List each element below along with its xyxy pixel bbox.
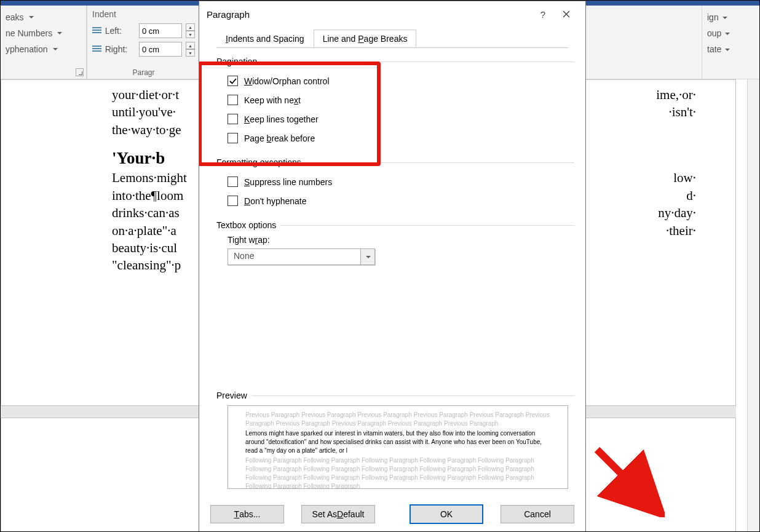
label-page-break-before: Page break before xyxy=(244,133,315,143)
ok-button[interactable]: OK xyxy=(410,504,483,524)
doc-text: "cleansing"·p xyxy=(112,258,181,272)
section-preview: Preview xyxy=(216,391,574,400)
doc-text: sium,· xyxy=(665,529,696,532)
doc-text: into·the¶loom xyxy=(112,187,183,204)
chevron-down-icon xyxy=(722,17,727,19)
vertical-scrollbar[interactable] xyxy=(747,79,759,531)
line-numbers-menu[interactable]: ne Numbers xyxy=(6,25,81,41)
chevron-down-icon xyxy=(725,33,730,35)
section-textbox-options: Textbox options xyxy=(216,220,574,230)
preview-previous: Previous Paragraph Previous Paragraph Pr… xyxy=(245,411,550,428)
checkbox-widow-orphan[interactable] xyxy=(228,76,238,86)
indent-left-input[interactable] xyxy=(139,23,182,38)
checkbox-keep-with-next[interactable] xyxy=(228,95,238,105)
textbox-options: Tight wrap: None xyxy=(210,231,574,266)
group-label: Paragr xyxy=(87,68,200,77)
help-button[interactable]: ? xyxy=(531,2,555,26)
section-pagination: Pagination xyxy=(216,57,574,66)
indent-right-icon xyxy=(92,45,101,54)
doc-text: the·way·to·ge xyxy=(112,122,181,137)
rotate-menu[interactable]: tate xyxy=(707,41,754,57)
label-tight-wrap: Tight wrap: xyxy=(228,235,568,245)
doc-text: your·diet·or·t xyxy=(112,86,179,103)
doc-text: beauty·is·cul xyxy=(112,240,177,255)
indent-right-label: Right: xyxy=(105,44,135,54)
dialog-titlebar: Paragraph ? xyxy=(199,1,585,27)
doc-text: low· xyxy=(673,169,696,186)
doc-text: on·a·plate"·a xyxy=(112,222,176,239)
cancel-button[interactable]: Cancel xyxy=(501,505,574,523)
tab-line-page-breaks[interactable]: Line and Page Breaks xyxy=(314,30,417,48)
dialog-title: Paragraph xyxy=(207,9,250,20)
checkbox-dont-hyphenate[interactable] xyxy=(228,196,238,206)
chevron-down-icon xyxy=(57,32,62,34)
doc-text: ·their· xyxy=(666,222,696,239)
preview-following: Following Paragraph Following Paragraph … xyxy=(245,456,550,489)
label-keep-lines-together: Keep lines together xyxy=(244,114,319,124)
doc-text: drinks·can·as xyxy=(112,204,180,221)
doc-text: Lemons·might xyxy=(112,169,187,186)
close-button[interactable] xyxy=(555,2,578,26)
tab-indents-spacing[interactable]: Indents and Spacing xyxy=(216,30,314,48)
indent-right-input[interactable] xyxy=(139,42,182,57)
indent-left-label: Left: xyxy=(105,26,135,36)
label-widow-orphan: Widow/Orphan control xyxy=(244,76,330,86)
spinner[interactable]: ▲▼ xyxy=(186,42,195,57)
dialog-launcher-icon[interactable] xyxy=(76,68,84,76)
checkbox-keep-lines-together[interactable] xyxy=(228,114,238,124)
ribbon-page-setup-group: eaks ne Numbers yphenation xyxy=(0,6,87,79)
close-icon xyxy=(563,10,570,18)
preview-box: Previous Paragraph Previous Paragraph Pr… xyxy=(228,405,568,489)
doc-text: ·isn't· xyxy=(668,103,696,121)
paragraph-dialog: Paragraph ? Indents and Spacing Line and… xyxy=(199,1,586,532)
group-menu[interactable]: oup xyxy=(707,25,754,41)
spinner[interactable]: ▲▼ xyxy=(186,23,195,38)
indent-left-icon xyxy=(92,26,101,35)
doc-text: error·over·gr xyxy=(112,529,177,532)
breaks-menu[interactable]: eaks xyxy=(6,9,81,25)
hyphenation-menu[interactable]: yphenation xyxy=(6,41,81,57)
dropdown-button[interactable] xyxy=(360,249,374,264)
label-suppress-line-numbers: Suppress line numbers xyxy=(244,177,332,187)
check-icon xyxy=(229,77,237,85)
chevron-down-icon xyxy=(53,48,58,50)
pagination-options: Widow/Orphan control Keep with next Keep… xyxy=(210,68,574,149)
doc-text: ny·day· xyxy=(658,204,696,221)
dialog-tabs: Indents and Spacing Line and Page Breaks xyxy=(210,30,574,48)
tabs-button[interactable]: Tabs... xyxy=(210,505,284,523)
doc-text: ime,·or· xyxy=(656,86,696,103)
chevron-down-icon xyxy=(29,16,34,18)
doc-text: until·you've· xyxy=(112,103,176,121)
label-dont-hyphenate: Don't hyphenate xyxy=(244,196,307,206)
preview-current: Lemons might have sparked our interest i… xyxy=(245,429,550,455)
align-menu[interactable]: ign xyxy=(707,9,754,25)
chevron-down-icon xyxy=(366,256,371,258)
ribbon-arrange-group: ign oup tate xyxy=(702,6,760,79)
formatting-exceptions-options: Suppress line numbers Don't hyphenate xyxy=(210,169,574,212)
section-formatting-exceptions: Formatting exceptions xyxy=(216,157,574,167)
dialog-button-row: Tabs... Set As Default OK Cancel xyxy=(199,496,585,532)
dropdown-value: None xyxy=(228,249,360,264)
indent-header: Indent xyxy=(92,9,195,19)
chevron-down-icon xyxy=(725,49,730,51)
label-keep-with-next: Keep with next xyxy=(244,95,301,105)
doc-text: d· xyxy=(686,187,696,204)
set-as-default-button[interactable]: Set As Default xyxy=(301,505,375,523)
checkbox-page-break-before[interactable] xyxy=(228,133,238,143)
ribbon-paragraph-group: Indent Left: ▲▼ Right: ▲▼ Paragr xyxy=(87,6,200,79)
dropdown-tight-wrap[interactable]: None xyxy=(228,248,375,265)
checkbox-suppress-line-numbers[interactable] xyxy=(228,177,238,187)
